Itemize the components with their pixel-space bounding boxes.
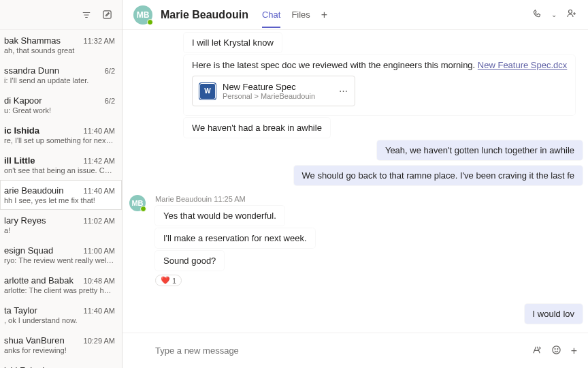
chat-item-time: 11:42 AM [84, 157, 115, 165]
chat-header: MB Marie Beaudouin Chat Files + ⌄ [122, 0, 588, 30]
message-bubble: Yes that would be wonderful. [155, 206, 284, 226]
chat-item-name: ta Taylor [4, 305, 37, 316]
chat-item-name: di Kapoor [4, 95, 42, 106]
chat-item-name: bak Shammas [4, 35, 61, 46]
compose-bar: + [122, 333, 588, 368]
sidebar-item[interactable]: di Kapoor6/2u: Great work! [0, 90, 122, 120]
svg-rect-0 [103, 11, 110, 18]
chat-item-time: 11:32 AM [84, 37, 115, 45]
chat-item-preview: arlotte: The client was pretty happy wit… [4, 286, 115, 294]
chat-item-name: shua VanBuren [4, 335, 65, 346]
sidebar-toolbar [0, 0, 122, 30]
chat-item-time: 11:40 AM [84, 187, 115, 195]
heart-icon: ❤️ [161, 276, 170, 285]
chat-item-time: 6/2 [105, 97, 115, 105]
message-list: I will let Krystal know Here is the late… [122, 30, 588, 333]
avatar[interactable]: MB [129, 195, 146, 211]
chat-item-name: arlotte and Babak [4, 275, 74, 286]
message-bubble: We haven't had a break in awhile [184, 118, 330, 138]
chat-item-preview: u: Great work! [4, 106, 115, 114]
call-icon[interactable] [532, 9, 542, 20]
chat-item-preview: i: I'll send an update later. [4, 76, 115, 85]
message-input[interactable] [155, 340, 525, 361]
chat-item-preview: anks for reviewing! [4, 346, 115, 354]
chat-item-name: arie Beaudouin [4, 185, 63, 196]
chat-item-preview: ah, that sounds great [4, 46, 115, 55]
presence-indicator [140, 206, 146, 212]
file-attachment[interactable]: W New Feature Spec Personal > MarieBeaud… [192, 76, 355, 106]
main-pane: MB Marie Beaudouin Chat Files + ⌄ I [122, 0, 588, 368]
message-bubble: Here is the latest spec doc we reviewed … [184, 55, 575, 115]
message-bubble: Sound good? [155, 251, 224, 271]
chat-item-name: ill Little [4, 155, 35, 166]
sidebar-item[interactable]: ill Little11:42 AMon't see that being an… [0, 150, 122, 180]
message-bubble: I will let Krystal know [184, 33, 282, 52]
svg-point-4 [557, 348, 558, 349]
sidebar-item[interactable]: arie Beaudouin11:40 AMhh I see, yes let … [0, 180, 122, 210]
chat-item-preview: a! [4, 226, 115, 234]
sidebar-item[interactable]: shua VanBuren10:29 AManks for reviewing! [0, 330, 122, 360]
people-add-icon[interactable] [566, 8, 577, 21]
tab-files[interactable]: Files [291, 1, 310, 28]
filter-icon[interactable] [81, 10, 92, 20]
message-meta: Marie Beaudouin 11:25 AM [155, 195, 583, 203]
sidebar-item[interactable]: ichi Fukuda10:20 AMu: Thank you!! [0, 360, 122, 368]
tabs: Chat Files [262, 1, 310, 28]
sidebar-item[interactable]: bak Shammas11:32 AMah, that sounds great [0, 30, 122, 60]
plus-icon[interactable]: + [571, 345, 577, 357]
tab-chat[interactable]: Chat [262, 1, 280, 28]
sent-bubble: Yeah, we haven't gotten lunch together i… [377, 140, 583, 160]
avatar-initials: MB [137, 10, 150, 20]
sidebar-item[interactable]: lary Reyes11:02 AMa! [0, 210, 122, 240]
chat-item-time: 10:29 AM [84, 337, 115, 345]
emoji-icon[interactable] [551, 345, 561, 357]
reaction-count: 1 [172, 277, 176, 285]
svg-point-3 [555, 348, 555, 349]
chat-item-preview: hh I see, yes let me fix that! [4, 196, 115, 204]
chat-item-time: 11:40 AM [84, 127, 115, 135]
chat-item-preview: re, I'll set up something for next week … [4, 136, 115, 144]
compose-icon[interactable] [101, 10, 112, 20]
message-text: Here is the latest spec doc we reviewed … [192, 60, 478, 70]
chat-item-preview: ryo: The review went really well! Can't … [4, 256, 115, 264]
avatar[interactable]: MB [133, 5, 152, 25]
sidebar-item[interactable]: arlotte and Babak10:48 AMarlotte: The cl… [0, 270, 122, 300]
chat-item-preview: , ok I understand now. [4, 316, 115, 324]
sidebar-item[interactable]: ssandra Dunn6/2i: I'll send an update la… [0, 60, 122, 90]
file-title: New Feature Spec [223, 82, 315, 92]
chat-item-preview: on't see that being an issue. Can you ta… [4, 166, 115, 174]
add-tab-button[interactable]: + [318, 9, 330, 21]
chat-item-time: 10:48 AM [84, 277, 115, 285]
sidebar-item[interactable]: ic Ishida11:40 AMre, I'll set up somethi… [0, 120, 122, 150]
svg-point-1 [569, 10, 572, 14]
chat-item-name: lary Reyes [4, 215, 46, 226]
sent-bubble: I would lov [525, 304, 583, 324]
chat-item-name: esign Squad [4, 245, 53, 256]
presence-indicator [147, 19, 153, 25]
chat-item-time: 11:00 AM [84, 247, 115, 255]
more-icon[interactable]: ⋯ [339, 86, 348, 96]
sent-bubble: We should go back to that ramne place. I… [294, 166, 583, 185]
sidebar-item[interactable]: ta Taylor11:40 AM, ok I understand now. [0, 300, 122, 330]
reaction-pill[interactable]: ❤️ 1 [155, 275, 182, 286]
chat-item-time: 6/2 [105, 67, 115, 75]
sidebar-item[interactable]: esign Squad11:00 AMryo: The review went … [0, 240, 122, 270]
chat-list: bak Shammas11:32 AMah, that sounds great… [0, 30, 122, 368]
sidebar: bak Shammas11:32 AMah, that sounds great… [0, 0, 122, 368]
chat-item-time: 11:02 AM [84, 217, 115, 225]
chat-item-name: ssandra Dunn [4, 65, 59, 76]
file-subtitle: Personal > MarieBeaudouin [223, 92, 315, 100]
chat-item-name: ic Ishida [4, 125, 39, 136]
chevron-down-icon[interactable]: ⌄ [551, 11, 557, 18]
format-icon[interactable] [532, 345, 542, 357]
svg-point-2 [553, 346, 560, 353]
file-link[interactable]: New Feature Spec.dcx [478, 60, 568, 70]
message-bubble: I'll make a reservation for next week. [155, 228, 315, 248]
word-file-icon: W [199, 83, 216, 99]
chat-item-name: ichi Fukuda [4, 365, 49, 368]
chat-item-time: 11:40 AM [84, 307, 115, 315]
chat-title: Marie Beaudouin [161, 9, 248, 21]
